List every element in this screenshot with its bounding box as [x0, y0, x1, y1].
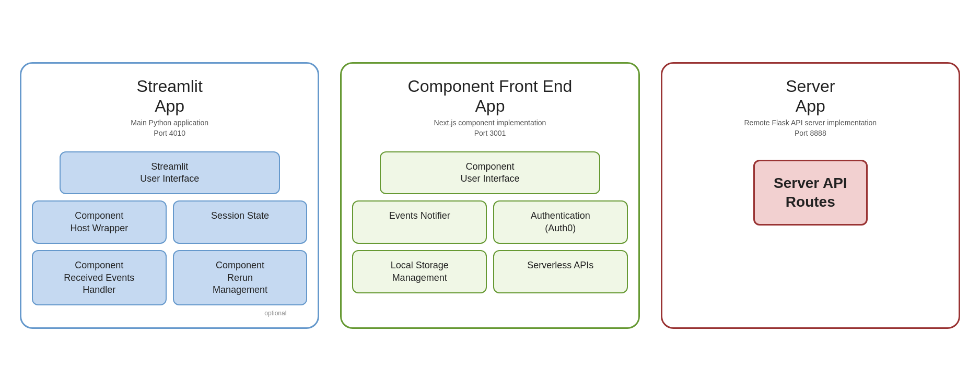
- streamlit-row-2: Component Received Events Handler Compon…: [32, 250, 307, 305]
- optional-label: optional: [264, 310, 286, 317]
- streamlit-row-1: Component Host Wrapper Session State: [32, 200, 307, 244]
- streamlit-subtitle: Main Python application Port 4010: [131, 118, 208, 138]
- server-app-box: Server App Remote Flask API server imple…: [661, 62, 960, 329]
- local-storage-management: Local Storage Management: [352, 250, 487, 293]
- server-inner-content: Server API Routes: [673, 151, 948, 226]
- component-subtitle: Next.js component implementation Port 30…: [434, 118, 546, 138]
- streamlit-user-interface: Streamlit User Interface: [60, 151, 280, 195]
- component-row-1: Events Notifier Authentication (Auth0): [352, 200, 627, 244]
- session-state: Session State: [173, 200, 308, 244]
- server-api-routes: Server API Routes: [753, 160, 868, 226]
- component-received-events-handler: Component Received Events Handler: [32, 250, 167, 305]
- streamlit-app-box: Streamlit App Main Python application Po…: [20, 62, 319, 329]
- component-row-2: Local Storage Management Serverless APIs: [352, 250, 627, 293]
- authentication: Authentication (Auth0): [493, 200, 628, 244]
- diagram-container: Streamlit App Main Python application Po…: [20, 62, 960, 329]
- component-user-interface: Component User Interface: [380, 151, 600, 195]
- server-title: Server App: [786, 76, 835, 116]
- component-rerun-management: Component Rerun Management: [173, 250, 308, 305]
- streamlit-title: Streamlit App: [137, 76, 203, 116]
- events-notifier: Events Notifier: [352, 200, 487, 244]
- component-host-wrapper: Component Host Wrapper: [32, 200, 167, 244]
- component-title: Component Front End App: [408, 76, 573, 116]
- streamlit-inner-content: Streamlit User Interface Component Host …: [32, 151, 307, 317]
- component-frontend-app-box: Component Front End App Next.js componen…: [340, 62, 639, 329]
- component-inner-content: Component User Interface Events Notifier…: [352, 151, 627, 293]
- server-subtitle: Remote Flask API server implementation P…: [744, 118, 877, 138]
- serverless-apis: Serverless APIs: [493, 250, 628, 293]
